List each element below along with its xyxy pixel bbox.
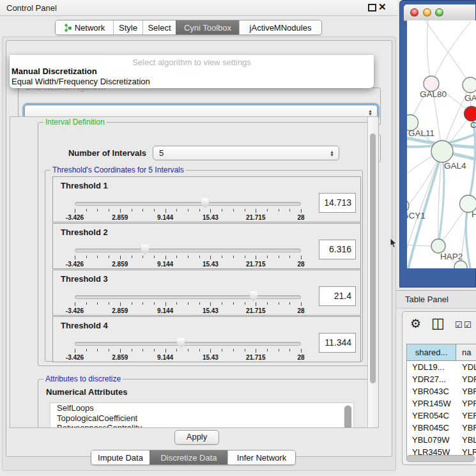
network-node[interactable] — [407, 199, 409, 212]
slider-tick — [222, 256, 222, 258]
tab-cyni-toolbox[interactable]: Cyni Toolbox — [176, 20, 239, 35]
number-of-intervals-combo[interactable]: 5 ▲▼ — [153, 146, 339, 160]
table-row[interactable]: YBR043CYBR0 — [407, 385, 476, 397]
slider-tick — [301, 302, 302, 306]
table-row[interactable]: YDR27...YDR2 — [407, 373, 476, 385]
combo-arrows-icon: ▲▼ — [330, 150, 334, 157]
popup-item-manual-discretization[interactable]: Manual Discretization — [12, 66, 97, 76]
mac-zoom-button[interactable] — [435, 8, 443, 17]
apply-button[interactable]: Apply — [174, 430, 219, 445]
gear-icon[interactable]: ⚙ — [410, 316, 421, 331]
list-scrollbar[interactable] — [344, 404, 352, 428]
slider-tick-label: 28 — [297, 354, 304, 361]
slider-ticks — [75, 209, 301, 213]
network-node-selected[interactable] — [464, 107, 476, 121]
checkbox-icon[interactable]: ☑ — [464, 320, 472, 330]
float-window-icon[interactable] — [368, 4, 376, 12]
slider-tick — [256, 302, 256, 306]
slider-tick — [279, 349, 279, 351]
scrollbar-thumb[interactable] — [406, 455, 475, 462]
close-icon[interactable]: ✕ — [378, 1, 387, 13]
threshold-3-slider[interactable]: -3.4262.8599.14415.4321.71528 — [75, 291, 301, 314]
tab-network[interactable]: Network — [56, 20, 113, 35]
table-row[interactable]: YBR045CYBR0 — [407, 422, 476, 434]
table-row[interactable]: YER054CYER0 — [407, 410, 476, 422]
network-node[interactable] — [454, 261, 467, 268]
slider-tick — [289, 209, 290, 211]
slider-tick-label: 21.715 — [246, 214, 266, 221]
threshold-2-slider[interactable]: -3.4262.8599.14415.4321.71528 — [75, 244, 301, 267]
vertical-scrollbar[interactable] — [367, 117, 378, 427]
mac-minimize-button[interactable] — [423, 8, 431, 17]
network-node[interactable] — [463, 77, 476, 93]
slider-thumb[interactable] — [141, 245, 149, 255]
tab-impute-data[interactable]: Impute Data — [91, 450, 150, 464]
tab-jactivemnodules[interactable]: jActiveMNodules — [239, 20, 321, 35]
column-header-name[interactable]: na — [456, 344, 476, 361]
split-column-icon[interactable]: ◫ — [431, 315, 445, 332]
threshold-value-field[interactable]: 21.4 — [319, 286, 356, 306]
slider-track[interactable] — [75, 342, 301, 346]
tab-infer-network[interactable]: Infer Network — [227, 450, 295, 464]
slider-thumb[interactable] — [249, 291, 257, 302]
attribute-item[interactable]: TopologicalCoefficient — [50, 413, 353, 424]
slider-tick — [279, 302, 279, 305]
table-row[interactable]: YPR145WYPR1 — [407, 397, 476, 410]
threshold-4-slider[interactable]: -3.4262.8599.14415.4321.71528 — [75, 337, 301, 360]
slider-thumb[interactable] — [201, 198, 210, 208]
slider-tick-label: 2.859 — [112, 354, 128, 361]
slider-tick-labels: -3.4262.8599.14415.4321.71528 — [75, 214, 301, 221]
table-cell: YDR27... — [407, 373, 456, 385]
slider-tick — [245, 209, 245, 211]
group-title: Threshold's Coordinates for 5 Intervals — [50, 165, 186, 174]
network-node[interactable] — [431, 141, 453, 162]
slider-track[interactable] — [75, 249, 301, 252]
threshold-value-field[interactable]: 6.316 — [319, 240, 356, 259]
popup-item-equal-width-frequency[interactable]: Equal Width/Frequency Discretization — [12, 77, 150, 86]
slider-tick — [176, 256, 177, 258]
group-title: Interval Definition — [43, 118, 107, 127]
tab-select[interactable]: Select — [142, 20, 176, 35]
tab-label: jActiveMNodules — [250, 23, 312, 33]
attribute-item[interactable]: BetweennessCentrality — [50, 423, 353, 428]
threshold-1-slider[interactable]: -3.4262.8599.14415.4321.71528 — [75, 197, 301, 220]
slider-track[interactable] — [75, 295, 301, 299]
scrollbar-thumb[interactable] — [370, 134, 376, 383]
numerical-attributes-list[interactable]: SelfLoopsTopologicalCoefficientBetweenne… — [50, 403, 354, 428]
slider-thumb[interactable] — [177, 338, 185, 348]
slider-tick — [132, 302, 132, 305]
network-view-window[interactable]: GAL80GACYGAL11GAL4HAGCY1HAP2 — [399, 0, 476, 288]
slider-tick-label: 21.715 — [246, 261, 266, 268]
slider-tick — [154, 302, 155, 305]
panel-title: Control Panel — [6, 3, 57, 13]
scrollbar-thumb[interactable] — [344, 406, 351, 428]
slider-tick — [132, 209, 132, 211]
table-row[interactable]: YDL19...YDL1 — [407, 361, 476, 373]
checkbox-icon[interactable]: ☑ — [455, 320, 463, 330]
slider-tick-label: -3.426 — [66, 214, 84, 221]
slider-tick — [97, 209, 98, 211]
tab-style[interactable]: Style — [113, 20, 142, 35]
column-header-shared-name[interactable]: shared... — [407, 344, 456, 361]
slider-tick-label: 15.43 — [203, 354, 219, 361]
slider-tick — [199, 209, 200, 211]
slider-track[interactable] — [75, 202, 301, 206]
slider-tick-label: 2.859 — [112, 307, 128, 314]
slider-tick — [86, 302, 87, 305]
slider-tick — [279, 209, 279, 211]
tab-discretize-data[interactable]: Discretize Data — [150, 450, 227, 464]
network-node-label: HAP2 — [440, 252, 463, 261]
attribute-item[interactable]: SelfLoops — [50, 403, 353, 413]
threshold-value-field[interactable]: 11.344 — [319, 333, 356, 353]
slider-tick — [210, 302, 211, 306]
threshold-value-field[interactable]: 14.713 — [319, 193, 356, 213]
network-canvas[interactable]: GAL80GACYGAL11GAL4HAGCY1HAP2 — [407, 20, 476, 268]
table-cell: YDR2 — [456, 373, 476, 385]
table-row[interactable]: YBL079WYBL0 — [407, 434, 476, 446]
slider-tick — [97, 349, 98, 351]
table-panel: ⚙ ◫ ☑ ☑ shared... na YDL19...YDL1YDR27..… — [402, 311, 476, 465]
horizontal-scrollbar[interactable] — [406, 455, 475, 461]
table-cell: YBR0 — [456, 385, 476, 397]
mac-close-button[interactable] — [410, 8, 418, 17]
network-node[interactable] — [431, 239, 445, 253]
